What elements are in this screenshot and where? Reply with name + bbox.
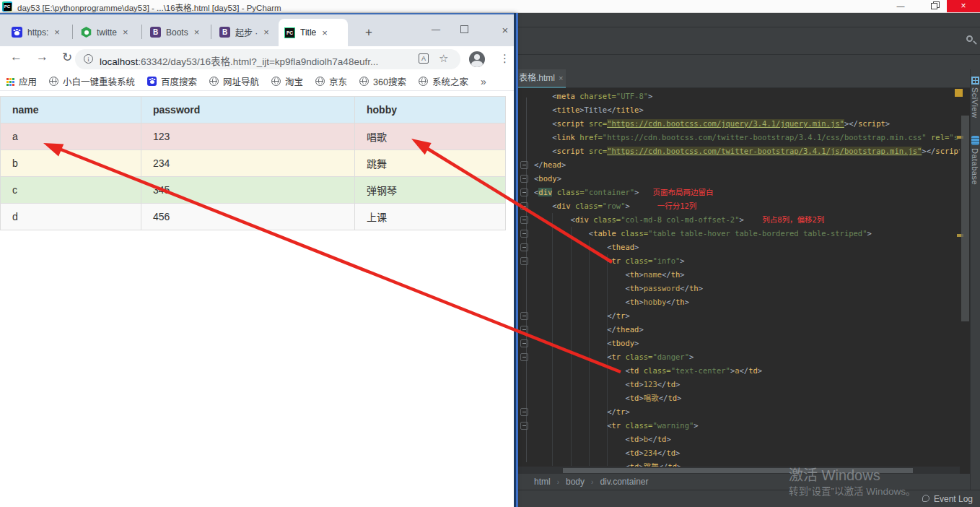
- globe-icon: [419, 77, 428, 86]
- code-fold-marker[interactable]: [520, 257, 528, 265]
- code-line: <td>123</td>: [534, 378, 960, 391]
- chrome-menu-icon[interactable]: ⋮: [499, 52, 510, 65]
- breadcrumb-item-html[interactable]: html: [534, 477, 551, 487]
- new-tab-button[interactable]: +: [359, 23, 378, 42]
- bookmark-360搜索[interactable]: 360搜索: [359, 74, 406, 88]
- event-log-button[interactable]: Event Log: [922, 494, 973, 504]
- code-fold-marker[interactable]: [520, 339, 528, 347]
- table-cell: c: [1, 177, 141, 204]
- globe-icon: [209, 77, 219, 86]
- tool-window-sciview[interactable]: SciView: [971, 77, 979, 118]
- translate-icon[interactable]: A: [419, 53, 429, 64]
- table-row[interactable]: c345弹钢琴: [1, 177, 506, 204]
- chrome-minimize-button[interactable]: —: [424, 22, 447, 39]
- toolbar-separator: [505, 54, 980, 55]
- chrome-window: https:×twitte×BBoots×B起步 ·×PCTitle× + — …: [0, 13, 515, 507]
- code-line: <tr class="warning">: [534, 419, 960, 433]
- browser-tab-twitte[interactable]: twitte×: [75, 20, 139, 45]
- code-line: <div class="col-md-8 col-md-offset-2"> 列…: [534, 213, 960, 227]
- tool-window-database[interactable]: Database: [971, 136, 979, 185]
- forward-button[interactable]: →: [36, 50, 48, 64]
- bookmark-京东[interactable]: 京东: [315, 74, 347, 88]
- code-fold-marker[interactable]: [520, 202, 528, 210]
- breadcrumb-separator: ›: [557, 478, 559, 486]
- bookmark-网址导航[interactable]: 网址导航: [209, 74, 259, 88]
- globe-icon: [315, 77, 325, 86]
- database-icon: [971, 136, 979, 145]
- code-line: </thead>: [534, 323, 960, 337]
- inspection-status-square[interactable]: [955, 89, 963, 97]
- pycharm-close-button[interactable]: ×: [947, 0, 980, 12]
- code-line: <tbody>: [534, 337, 960, 350]
- code-text[interactable]: <meta charset="UTF-8"> <title>Title</tit…: [534, 90, 960, 472]
- bookmark-淘宝[interactable]: 淘宝: [271, 74, 303, 88]
- table-row[interactable]: d456上课: [1, 204, 506, 230]
- chrome-maximize-button[interactable]: [460, 25, 468, 33]
- breadcrumb-item-body[interactable]: body: [566, 477, 585, 487]
- code-line: </tr>: [534, 405, 960, 419]
- baidu-paw-icon: [147, 77, 157, 86]
- address-bar[interactable]: i localhost:63342/day53/16表格.html?_ijt=k…: [75, 49, 460, 69]
- site-info-icon[interactable]: i: [84, 54, 93, 64]
- navigation-bar: ← → ↻ i localhost:63342/day53/16表格.html?…: [0, 46, 515, 72]
- code-line: <tr class="danger">: [534, 350, 960, 364]
- code-line: <body>: [534, 172, 960, 186]
- tab-close-icon[interactable]: ×: [54, 27, 60, 38]
- code-fold-marker[interactable]: [520, 188, 528, 196]
- back-button[interactable]: ←: [10, 50, 22, 64]
- code-fold-marker[interactable]: [520, 326, 528, 334]
- breadcrumb-item-div.container[interactable]: div.container: [600, 477, 648, 487]
- bootstrap-favicon-icon: B: [150, 27, 161, 38]
- code-line: <meta charset="UTF-8">: [534, 90, 960, 103]
- code-fold-marker[interactable]: [520, 230, 528, 238]
- code-fold-marker[interactable]: [520, 312, 528, 320]
- sciview-icon: [971, 77, 979, 84]
- tab-close-icon[interactable]: ×: [123, 27, 128, 38]
- bookmark-小白一键重装系统[interactable]: 小白一键重装系统: [49, 74, 135, 88]
- code-fold-marker[interactable]: [520, 175, 528, 183]
- globe-icon: [359, 77, 369, 86]
- code-fold-marker[interactable]: [520, 243, 528, 251]
- event-log-icon: [922, 495, 929, 502]
- bookmark-应用[interactable]: 应用: [6, 74, 37, 88]
- code-line: <tr class="info">: [534, 254, 960, 268]
- code-fold-marker[interactable]: [520, 353, 528, 361]
- bookmark-star-icon[interactable]: ☆: [439, 52, 448, 65]
- editor-vertical-scrollbar[interactable]: [961, 116, 969, 321]
- pycharm-window-title: day53 [E:\pythonprogramme\day53] - ...\1…: [17, 1, 281, 13]
- bookmark-百度搜索[interactable]: 百度搜索: [147, 74, 197, 88]
- tab-close-icon[interactable]: ×: [263, 27, 269, 38]
- table-cell: 上课: [355, 204, 506, 230]
- profile-avatar[interactable]: [469, 51, 485, 67]
- browser-tab-Boots[interactable]: BBoots×: [144, 20, 208, 45]
- code-line: <div class="row"> 一行分12列: [534, 199, 960, 213]
- code-line: <th>hobby</th>: [534, 295, 960, 309]
- editor-tab-file[interactable]: 表格.html×: [517, 69, 566, 88]
- bookmark-系统之家[interactable]: 系统之家: [419, 74, 468, 88]
- code-line: <script src="https://cdn.bootcss.com/twi…: [534, 144, 960, 158]
- code-line: <td>234</td>: [534, 446, 960, 460]
- toolbar-separator: [505, 27, 980, 27]
- bookmarks-overflow-icon[interactable]: »: [481, 76, 486, 87]
- table-cell: 123: [141, 124, 355, 150]
- browser-tab-Title[interactable]: PCTitle×: [279, 19, 348, 46]
- table-cell: d: [1, 204, 141, 230]
- code-fold-marker[interactable]: [520, 161, 528, 169]
- search-icon[interactable]: [966, 35, 977, 46]
- table-cell: 弹钢琴: [355, 177, 506, 204]
- code-fold-marker[interactable]: [520, 422, 528, 430]
- code-fold-marker[interactable]: [520, 216, 528, 224]
- tab-close-icon[interactable]: ×: [559, 74, 563, 82]
- table-row[interactable]: a123唱歌: [1, 124, 506, 150]
- reload-button[interactable]: ↻: [62, 50, 72, 65]
- tab-close-icon[interactable]: ×: [322, 27, 328, 38]
- code-fold-marker[interactable]: [520, 408, 528, 416]
- code-line: <title>Title</title>: [534, 103, 960, 117]
- pycharm-minimize-button[interactable]: —: [890, 1, 911, 12]
- tab-close-icon[interactable]: ×: [194, 27, 200, 38]
- page-content: namepasswordhobbya123唱歌b234跳舞c345弹钢琴d456…: [0, 91, 515, 507]
- browser-tab-https:[interactable]: https:×: [6, 20, 69, 45]
- table-row[interactable]: b234跳舞: [1, 150, 506, 177]
- pycharm-restore-button[interactable]: [924, 1, 945, 12]
- browser-tab-起步 ·[interactable]: B起步 ·×: [214, 20, 277, 45]
